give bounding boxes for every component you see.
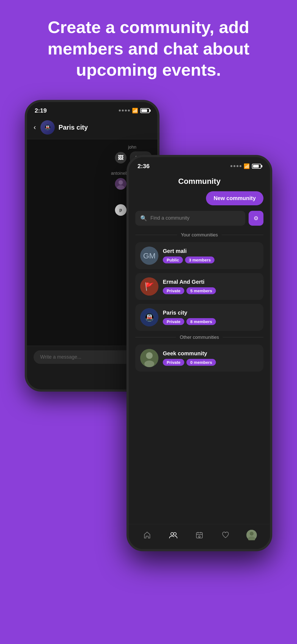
community-item-ermal-gerti[interactable]: 🚩 Ermal And Gerti Private 5 members (135, 273, 263, 300)
visibility-badge-gert-mali: Public (163, 256, 183, 263)
search-row: 🔍 Find a community ⚙ (135, 211, 263, 226)
profile-avatar (246, 530, 257, 540)
divider-line-right-other (223, 337, 263, 337)
signal-dot-3 (125, 110, 127, 111)
community-title: Community (135, 173, 263, 191)
members-badge-gert-mali: 3 members (185, 256, 215, 263)
community-badges-ermal-gerti: Private 5 members (163, 287, 258, 294)
back-arrow-button[interactable]: ‹ (34, 123, 36, 132)
community-info-geek: Geek community Private 0 members (163, 350, 258, 366)
battery-fill (141, 109, 147, 112)
message-sender: john (128, 145, 136, 150)
members-badge-paris-city: 8 members (186, 318, 216, 325)
community-info-paris-city: Paris city Private 8 members (163, 310, 258, 325)
bottom-navigation (129, 524, 270, 549)
svg-point-13 (174, 533, 176, 535)
signal-dot-4 (240, 165, 241, 167)
battery-fill (253, 165, 259, 168)
chat-title: Paris city (59, 124, 88, 131)
message-avatar (115, 178, 127, 190)
signal-dot-1 (230, 165, 232, 167)
svg-text:GM: GM (143, 252, 155, 260)
signal-dot-2 (122, 110, 124, 111)
nav-favorites[interactable] (218, 529, 233, 541)
visibility-badge-geek: Private (163, 359, 184, 366)
community-item-paris-city[interactable]: 🚇 Paris city Private 8 members (135, 304, 263, 331)
svg-point-11 (144, 361, 154, 367)
svg-point-12 (171, 533, 174, 535)
community-badges-gert-mali: Public 3 members (163, 256, 258, 263)
new-community-row: New community (135, 191, 263, 205)
community-info-ermal-gerti: Ermal And Gerti Private 5 members (163, 279, 258, 294)
svg-point-10 (146, 352, 153, 359)
signal-dot-4 (128, 110, 130, 111)
front-status-bar: 2:36 📶 (129, 157, 270, 173)
geek-svg (140, 349, 158, 367)
divider-line-right (222, 235, 263, 235)
hero-text: Create a community, add members and chat… (0, 17, 297, 81)
community-item-geek[interactable]: Geek community Private 0 members (135, 345, 263, 372)
signal-dots (230, 165, 241, 167)
back-time: 2:19 (35, 107, 47, 114)
message-avatar: p (115, 204, 127, 216)
community-info-gert-mali: Gert mali Public 3 members (163, 248, 258, 263)
members-badge-geek: 0 members (186, 359, 216, 366)
signal-dot-3 (237, 165, 238, 167)
heart-icon (222, 531, 229, 539)
back-status-icons: 📶 (119, 108, 150, 114)
filter-button[interactable]: ⚙ (249, 211, 263, 226)
visibility-badge-ermal-gerti: Private (163, 287, 184, 294)
front-status-icons: 📶 (230, 163, 261, 169)
your-communities-label: Your communities (181, 232, 218, 238)
home-icon (143, 531, 151, 539)
search-bar[interactable]: 🔍 Find a community (135, 211, 245, 226)
members-badge-ermal-gerti: 5 members (186, 287, 216, 294)
new-community-button[interactable]: New community (206, 191, 263, 205)
divider-line-left-other (135, 337, 176, 337)
community-avatar-paris-city: 🚇 (140, 308, 158, 326)
events-icon (196, 531, 203, 539)
community-name-ermal-gerti: Ermal And Gerti (163, 279, 258, 285)
profile-avatar-svg (246, 530, 257, 540)
signal-dots (119, 110, 130, 111)
battery-icon (140, 108, 150, 113)
ermal-gerti-svg: 🚩 (140, 277, 158, 296)
community-name-gert-mali: Gert mali (163, 248, 258, 254)
signal-dot-1 (119, 110, 121, 111)
wifi-icon: 📶 (244, 163, 250, 169)
paris-city-svg: 🚇 (140, 308, 158, 326)
svg-text:🚩: 🚩 (145, 282, 154, 291)
chat-header: ‹ 🚇 Paris city (27, 117, 157, 139)
svg-point-20 (250, 532, 254, 536)
community-item-gert-mali[interactable]: GM Gert mali Public 3 members (135, 242, 263, 269)
message-avatar: 🖼 (115, 152, 127, 163)
visibility-badge-paris-city: Private (163, 318, 184, 325)
search-icon: 🔍 (140, 215, 147, 222)
back-status-bar: 2:19 📶 (27, 102, 157, 117)
gert-mali-svg: GM (140, 247, 158, 265)
svg-text:🚇: 🚇 (145, 313, 154, 322)
community-name-paris-city: Paris city (163, 310, 258, 316)
divider-line-left (135, 235, 177, 235)
other-communities-label: Other communities (180, 335, 219, 340)
community-badges-geek: Private 0 members (163, 359, 258, 366)
nav-community[interactable] (166, 529, 180, 541)
community-icon (169, 531, 178, 539)
nav-events[interactable] (192, 529, 207, 541)
front-time: 2:36 (138, 163, 150, 170)
community-avatar-geek (140, 349, 158, 367)
search-placeholder: Find a community (150, 215, 189, 221)
nav-profile[interactable] (244, 529, 259, 541)
community-avatar-ermal-gerti: 🚩 (140, 277, 158, 296)
community-badges-paris-city: Private 8 members (163, 318, 258, 325)
nav-home[interactable] (140, 529, 154, 541)
filter-icon: ⚙ (254, 215, 258, 222)
svg-point-1 (119, 180, 123, 185)
signal-dot-2 (233, 165, 235, 167)
battery-icon (252, 164, 261, 169)
phones-container: 2:19 📶 ‹ 🚇 Paris city (25, 100, 272, 562)
front-phone: 2:36 📶 Community New community (127, 155, 272, 551)
other-communities-divider: Other communities (135, 335, 263, 340)
svg-point-18 (199, 536, 200, 537)
community-name-geek: Geek community (163, 350, 258, 357)
